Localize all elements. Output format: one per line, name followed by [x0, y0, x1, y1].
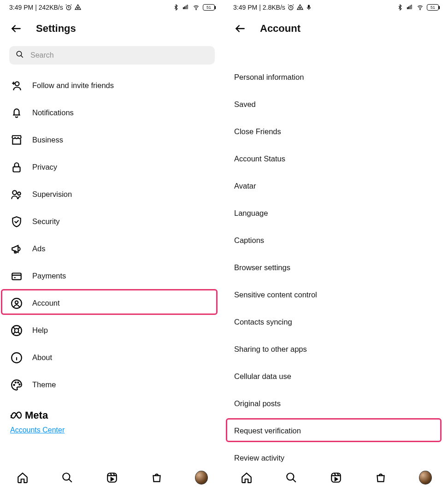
search-field[interactable] — [30, 51, 208, 59]
svg-point-7 — [17, 51, 22, 56]
wifi-icon — [192, 4, 200, 11]
settings-row-business[interactable]: Business — [0, 126, 224, 154]
account-row-request-verification[interactable]: Request verification — [224, 417, 448, 444]
people-icon — [10, 188, 23, 201]
svg-point-6 — [196, 9, 196, 10]
nav-home-icon[interactable] — [16, 471, 29, 484]
megaphone-icon — [10, 243, 23, 255]
account-row-sharing-to-other-apps[interactable]: Sharing to other apps — [224, 336, 448, 363]
account-row-label: Request verification — [234, 426, 301, 435]
battery-icon: 51 — [427, 4, 439, 11]
account-row-account-status[interactable]: Account Status — [224, 145, 448, 172]
account-row-sensitive-content-control[interactable]: Sensitive content control — [224, 281, 448, 308]
nav-profile[interactable] — [419, 471, 432, 484]
account-row-label: Sensitive content control — [234, 290, 317, 299]
lifebuoy-icon — [10, 324, 23, 337]
avatar — [195, 471, 208, 485]
account-row-original-posts[interactable]: Original posts — [224, 390, 448, 417]
account-row-captions[interactable]: Captions — [224, 227, 448, 254]
bluetooth-icon — [173, 4, 179, 11]
meta-logo: Meta — [10, 409, 214, 421]
settings-row-payments[interactable]: Payments — [0, 262, 224, 290]
svg-point-21 — [19, 384, 20, 385]
svg-point-22 — [63, 473, 70, 480]
triangle-icon — [296, 4, 304, 11]
svg-rect-2 — [183, 7, 184, 9]
user-circle-icon — [10, 297, 23, 310]
settings-row-privacy[interactable]: Privacy — [0, 154, 224, 181]
back-button[interactable] — [9, 22, 23, 35]
account-row-contacts-syncing[interactable]: Contacts syncing — [224, 308, 448, 336]
account-row-cellular-data-use[interactable]: Cellular data use — [224, 363, 448, 390]
svg-rect-9 — [13, 166, 20, 172]
account-row-saved[interactable]: Saved — [224, 91, 448, 118]
accounts-center-link[interactable]: Accounts Center — [10, 426, 65, 434]
back-button[interactable] — [233, 22, 247, 35]
account-screen: 3:49 PM | 2.8KB/s — [224, 0, 448, 491]
bottom-nav — [224, 464, 448, 491]
meta-block: Meta Accounts Center — [0, 398, 224, 434]
settings-row-label: Supervision — [32, 190, 72, 199]
settings-row-notifications[interactable]: Notifications — [0, 99, 224, 126]
nav-shop-icon[interactable] — [150, 471, 163, 484]
account-row-label: Review activity — [234, 454, 284, 462]
account-row-personal-information[interactable]: Personal information — [224, 64, 448, 91]
svg-point-20 — [18, 382, 18, 383]
alarm-icon — [65, 4, 72, 11]
svg-rect-12 — [12, 273, 21, 279]
settings-row-about[interactable]: About — [0, 344, 224, 371]
settings-row-help[interactable]: Help — [0, 317, 224, 344]
account-row-label: Sharing to other apps — [234, 345, 307, 354]
settings-row-theme[interactable]: Theme — [0, 371, 224, 398]
account-row-avatar[interactable]: Avatar — [224, 172, 448, 200]
svg-rect-27 — [407, 7, 408, 9]
account-row-label: Original posts — [234, 399, 281, 408]
account-row-browser-settings[interactable]: Browser settings — [224, 254, 448, 281]
nav-home-icon[interactable] — [240, 471, 253, 484]
nav-reels-icon[interactable] — [330, 471, 342, 484]
account-row-label: Account Status — [234, 154, 285, 163]
settings-list: Follow and invite friendsNotificationsBu… — [0, 69, 224, 398]
status-sep: | — [35, 4, 37, 11]
page-title: Settings — [36, 23, 76, 35]
nav-shop-icon[interactable] — [374, 471, 387, 484]
signal-icon — [182, 4, 189, 11]
settings-row-ads[interactable]: Ads — [0, 235, 224, 262]
shield-check-icon — [10, 215, 23, 228]
svg-point-14 — [15, 301, 18, 304]
settings-row-follow-and-invite-friends[interactable]: Follow and invite friends — [0, 72, 224, 99]
nav-profile[interactable] — [195, 471, 208, 484]
status-time: 3:49 PM — [9, 4, 33, 11]
signal-icon — [406, 4, 413, 11]
svg-rect-33 — [331, 473, 341, 482]
wifi-icon — [416, 4, 424, 11]
account-row-language[interactable]: Language — [224, 200, 448, 227]
status-sep: | — [259, 4, 261, 11]
settings-row-label: Payments — [32, 272, 66, 280]
settings-row-supervision[interactable]: Supervision — [0, 181, 224, 208]
svg-rect-23 — [107, 473, 117, 482]
card-icon — [10, 270, 23, 283]
mic-icon — [306, 4, 312, 11]
header: Settings — [0, 15, 224, 42]
account-row-label: Avatar — [234, 182, 256, 190]
account-row-label: Contacts syncing — [234, 318, 292, 326]
nav-search-icon[interactable] — [61, 471, 74, 484]
nav-search-icon[interactable] — [285, 471, 298, 484]
nav-reels-icon[interactable] — [106, 471, 118, 484]
settings-row-security[interactable]: Security — [0, 208, 224, 235]
triangle-icon — [74, 4, 82, 11]
svg-rect-26 — [308, 5, 310, 8]
avatar — [419, 471, 432, 485]
settings-row-label: Security — [32, 217, 60, 226]
account-row-label: Language — [234, 209, 268, 218]
account-row-close-friends[interactable]: Close Friends — [224, 118, 448, 145]
search-input[interactable] — [9, 46, 215, 65]
status-net: 2.8KB/s — [263, 4, 285, 11]
status-bar: 3:49 PM | 242KB/s — [0, 0, 224, 15]
settings-screen: 3:49 PM | 242KB/s — [0, 0, 224, 491]
bell-icon — [10, 106, 23, 119]
svg-point-1 — [77, 7, 78, 9]
svg-rect-29 — [410, 6, 411, 9]
settings-row-account[interactable]: Account — [0, 290, 224, 317]
